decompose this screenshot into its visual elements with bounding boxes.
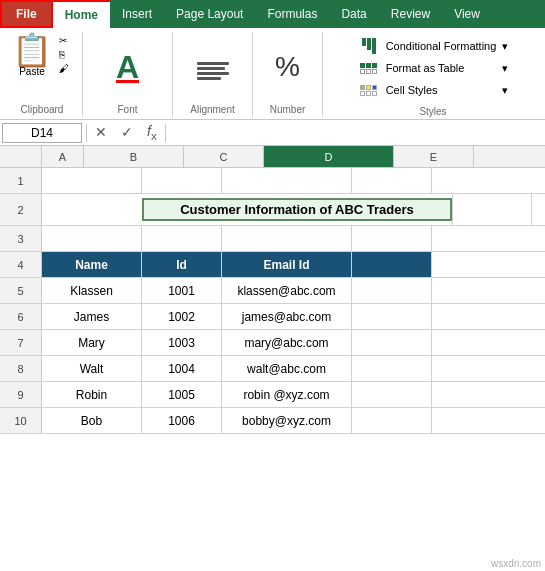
row-num-7[interactable]: 7 bbox=[0, 330, 42, 355]
cell-8d[interactable]: walt@abc.com bbox=[222, 356, 352, 381]
cell-styles-label: Cell Styles bbox=[386, 84, 438, 96]
tab-insert[interactable]: Insert bbox=[110, 0, 164, 28]
cell-5b[interactable]: Klassen bbox=[42, 278, 142, 303]
cond-fmt-bars bbox=[362, 38, 376, 54]
cell-9b[interactable]: Robin bbox=[42, 382, 142, 407]
header-email: Email Id bbox=[263, 258, 309, 272]
cell-6d[interactable]: james@abc.com bbox=[222, 304, 352, 329]
cell-8e[interactable] bbox=[352, 356, 432, 381]
title-cell-span[interactable]: Customer Information of ABC Traders bbox=[142, 194, 452, 225]
cell-10e[interactable] bbox=[352, 408, 432, 433]
row-num-10[interactable]: 10 bbox=[0, 408, 42, 433]
tab-data[interactable]: Data bbox=[329, 0, 378, 28]
row-num-3[interactable]: 3 bbox=[0, 226, 42, 251]
cell-3c[interactable] bbox=[142, 226, 222, 251]
row-num-9[interactable]: 9 bbox=[0, 382, 42, 407]
cell-10b[interactable]: Bob bbox=[42, 408, 142, 433]
cell-5d[interactable]: klassen@abc.com bbox=[222, 278, 352, 303]
cell-10d[interactable]: bobby@xyz.com bbox=[222, 408, 352, 433]
tab-bar: File Home Insert Page Layout Formulas Da… bbox=[0, 0, 545, 28]
cell-4e[interactable] bbox=[352, 252, 432, 277]
paste-button[interactable]: 📋 Paste bbox=[10, 32, 54, 79]
row-num-1[interactable]: 1 bbox=[0, 168, 42, 193]
cell-sq-6 bbox=[372, 91, 377, 96]
cell-8c[interactable]: 1004 bbox=[142, 356, 222, 381]
cut-button[interactable]: ✂ bbox=[56, 34, 74, 47]
cell-4d[interactable]: Email Id bbox=[222, 252, 352, 277]
row-num-5[interactable]: 5 bbox=[0, 278, 42, 303]
tab-view[interactable]: View bbox=[442, 0, 492, 28]
number-label: Number bbox=[270, 102, 306, 117]
cell-7c[interactable]: 1003 bbox=[142, 330, 222, 355]
clipboard-small-buttons: ✂ ⎘ 🖌 bbox=[56, 34, 74, 75]
cell-7b[interactable]: Mary bbox=[42, 330, 142, 355]
cell-6b[interactable]: James bbox=[42, 304, 142, 329]
cell-5c[interactable]: 1001 bbox=[142, 278, 222, 303]
confirm-formula-button[interactable]: ✓ bbox=[117, 122, 137, 142]
cell-1b[interactable] bbox=[42, 168, 142, 193]
row-num-6[interactable]: 6 bbox=[0, 304, 42, 329]
col-header-a[interactable]: A bbox=[42, 146, 84, 167]
insert-function-button[interactable]: fx bbox=[143, 121, 161, 144]
cell-2b[interactable] bbox=[42, 194, 142, 225]
cond-bar-3 bbox=[372, 38, 376, 54]
formula-input[interactable] bbox=[170, 124, 543, 142]
number-button[interactable]: % bbox=[266, 34, 310, 100]
cell-8b[interactable]: Walt bbox=[42, 356, 142, 381]
tab-page-layout[interactable]: Page Layout bbox=[164, 0, 255, 28]
clipboard-group-content: 📋 Paste ✂ ⎘ 🖌 bbox=[10, 32, 74, 102]
conditional-formatting-button[interactable]: Conditional Formatting ▾ bbox=[354, 36, 513, 56]
fmt-cell-2 bbox=[366, 63, 371, 68]
percent-icon: % bbox=[275, 51, 300, 83]
cell-9e[interactable] bbox=[352, 382, 432, 407]
header-name: Name bbox=[75, 258, 108, 272]
cell-1d[interactable] bbox=[222, 168, 352, 193]
cancel-formula-button[interactable]: ✕ bbox=[91, 122, 111, 142]
cell-1c[interactable] bbox=[142, 168, 222, 193]
row-num-4[interactable]: 4 bbox=[0, 252, 42, 277]
column-headers: A B C D E bbox=[0, 146, 545, 168]
col-header-e[interactable]: E bbox=[394, 146, 474, 167]
cell-7e[interactable] bbox=[352, 330, 432, 355]
col-header-d[interactable]: D bbox=[264, 146, 394, 167]
tab-review[interactable]: Review bbox=[379, 0, 442, 28]
cond-bar-1 bbox=[362, 38, 366, 46]
col-header-c[interactable]: C bbox=[184, 146, 264, 167]
cell-1e[interactable] bbox=[352, 168, 432, 193]
cell-4c[interactable]: Id bbox=[142, 252, 222, 277]
format-as-table-button[interactable]: Format as Table ▾ bbox=[354, 58, 513, 78]
font-group-content: A bbox=[106, 32, 150, 102]
row-7: 7 Mary 1003 mary@abc.com bbox=[0, 330, 545, 356]
cell-styles-button[interactable]: Cell Styles ▾ bbox=[354, 80, 513, 100]
copy-button[interactable]: ⎘ bbox=[56, 48, 74, 61]
row-num-2[interactable]: 2 bbox=[0, 194, 42, 225]
cell-10c[interactable]: 1006 bbox=[142, 408, 222, 433]
ribbon: 📋 Paste ✂ ⎘ 🖌 Clipboard A Font bbox=[0, 28, 545, 120]
cell-6c[interactable]: 1002 bbox=[142, 304, 222, 329]
cell-4b[interactable]: Name bbox=[42, 252, 142, 277]
cell-3e[interactable] bbox=[352, 226, 432, 251]
tab-formulas[interactable]: Formulas bbox=[255, 0, 329, 28]
alignment-button[interactable] bbox=[191, 34, 235, 100]
clipboard-label: Clipboard bbox=[21, 102, 64, 117]
font-button[interactable]: A bbox=[106, 34, 150, 100]
format-painter-button[interactable]: 🖌 bbox=[56, 62, 74, 75]
row-num-8[interactable]: 8 bbox=[0, 356, 42, 381]
cell-5e[interactable] bbox=[352, 278, 432, 303]
cell-2e[interactable] bbox=[452, 194, 532, 225]
cell-3d[interactable] bbox=[222, 226, 352, 251]
align-line-4 bbox=[197, 77, 221, 80]
cell-9c[interactable]: 1005 bbox=[142, 382, 222, 407]
tab-home[interactable]: Home bbox=[53, 0, 110, 28]
cell-3b[interactable] bbox=[42, 226, 142, 251]
fmt-cell-3 bbox=[372, 63, 377, 68]
row-9: 9 Robin 1005 robin @xyz.com bbox=[0, 382, 545, 408]
watermark: wsxdn.com bbox=[491, 558, 541, 569]
tab-file[interactable]: File bbox=[0, 0, 53, 28]
col-header-b[interactable]: B bbox=[84, 146, 184, 167]
cell-6e[interactable] bbox=[352, 304, 432, 329]
cell-9d[interactable]: robin @xyz.com bbox=[222, 382, 352, 407]
name-box[interactable] bbox=[2, 123, 82, 143]
cell-7d[interactable]: mary@abc.com bbox=[222, 330, 352, 355]
number-group: % Number bbox=[253, 32, 323, 117]
